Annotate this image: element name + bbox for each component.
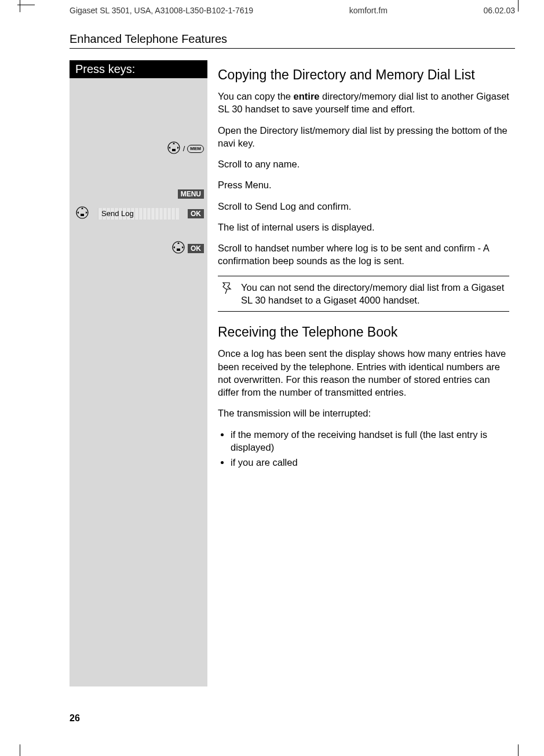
page-number: 26: [70, 713, 80, 724]
slash-separator: /: [183, 144, 185, 153]
svg-marker-6: [81, 207, 83, 209]
content-column: Copying the Directory and Memory Dial Li…: [218, 60, 515, 686]
paragraph-receive-2: The transmission will be interrupted:: [218, 407, 509, 419]
paragraph-press-menu: Press Menu.: [218, 178, 509, 191]
bullet-item: if the memory of the receiving handset i…: [231, 428, 509, 454]
menu-badge: MENU: [178, 189, 204, 199]
header-left: Gigaset SL 3501, USA, A31008-L350-B102-1…: [70, 6, 253, 15]
header-middle: komfort.fm: [349, 6, 388, 15]
heading-receiving: Receiving the Telephone Book: [218, 323, 509, 341]
svg-rect-12: [177, 249, 180, 251]
navi-key-icon: [171, 240, 185, 256]
key-navi-ok-row: OK: [171, 240, 204, 256]
paragraph-scroll-send: Scroll to Send Log and confirm.: [218, 200, 509, 213]
paragraph-receive-1: Once a log has been sent the display sho…: [218, 347, 509, 399]
ok-badge: OK: [188, 209, 204, 218]
section-title: Enhanced Telephone Features: [70, 32, 515, 49]
svg-marker-13: [173, 246, 175, 249]
navi-key-icon: [75, 206, 89, 221]
pushpin-icon: [220, 281, 234, 295]
svg-marker-8: [77, 211, 79, 214]
paragraph-open-directory: Open the Directory list/memory dial list…: [218, 124, 509, 150]
svg-marker-11: [177, 242, 180, 244]
press-keys-header: Press keys:: [70, 60, 207, 78]
interrupt-bullets: if the memory of the receiving handset i…: [218, 428, 509, 469]
key-navi-mem-row: / MEM: [167, 141, 204, 156]
svg-marker-4: [177, 147, 179, 149]
text-bold-entire: entire: [294, 91, 320, 101]
note-box: You can not send the directory/memory di…: [218, 276, 509, 312]
paragraph-scroll-name: Scroll to any name.: [218, 158, 509, 170]
heading-copying: Copying the Directory and Memory Dial Li…: [218, 66, 509, 84]
svg-marker-9: [86, 211, 87, 214]
note-text: You can not send the directory/memory di…: [241, 282, 504, 305]
mem-key-icon: MEM: [187, 145, 204, 153]
svg-rect-2: [172, 149, 176, 151]
bullet-item: if you are called: [231, 456, 509, 469]
svg-marker-1: [173, 143, 175, 144]
key-menu-row: MENU: [178, 189, 204, 199]
key-send-log-row: Send Log OK: [75, 206, 204, 221]
paragraph-copy-intro: You can copy the entire directory/memory…: [218, 90, 509, 116]
press-keys-column: Press keys: / MEM MENU Send Log: [70, 60, 207, 686]
press-keys-panel: / MEM MENU Send Log OK: [70, 78, 207, 686]
svg-rect-7: [81, 214, 84, 216]
paragraph-scroll-handset: Scroll to handset number where log is to…: [218, 242, 509, 268]
display-send-log: Send Log: [98, 208, 179, 220]
page-header: Gigaset SL 3501, USA, A31008-L350-B102-1…: [70, 6, 515, 15]
ok-badge: OK: [188, 244, 204, 253]
svg-marker-3: [169, 147, 170, 149]
navi-key-icon: [167, 141, 181, 156]
paragraph-internal-users: The list of internal users is displayed.: [218, 221, 509, 233]
svg-marker-14: [182, 246, 184, 249]
text-pre: You can copy the: [218, 91, 294, 101]
